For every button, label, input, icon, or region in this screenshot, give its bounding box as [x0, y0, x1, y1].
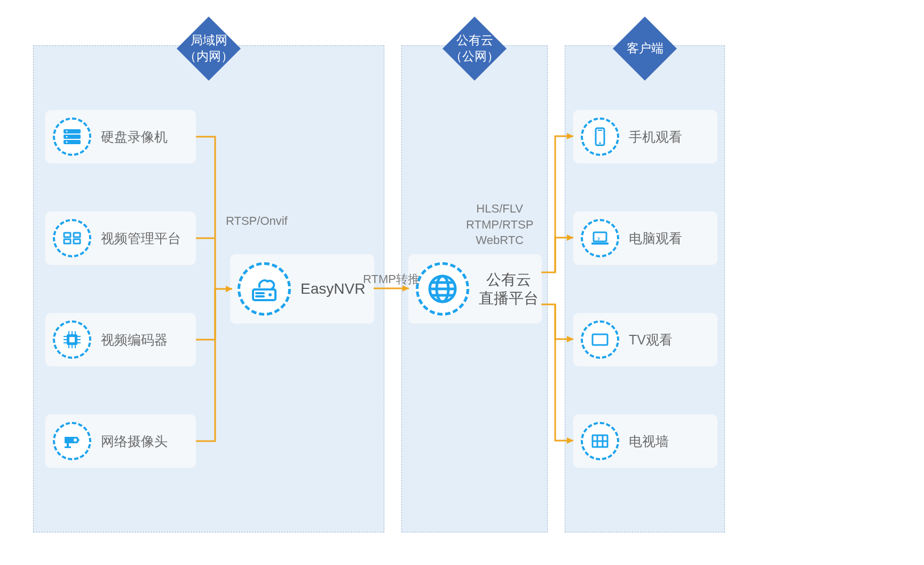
- node-easynvr: EasyNVR: [230, 254, 374, 324]
- svg-point-4: [66, 136, 68, 138]
- svg-rect-41: [591, 242, 609, 245]
- nvr-disk-icon: [53, 117, 91, 156]
- zone-lan: 局域网 （内网） 硬盘录像机 视频管理平台 视频编码器 网络摄像头: [33, 45, 384, 532]
- chip-icon: [53, 320, 91, 359]
- svg-rect-9: [74, 239, 80, 244]
- node-hdr-label: 硬盘录像机: [101, 128, 168, 146]
- node-ipcam-label: 网络摄像头: [101, 433, 168, 450]
- zone-client: 客户端 手机观看 电脑观看 TV观看 电视墙: [565, 45, 725, 532]
- node-pc-label: 电脑观看: [629, 230, 682, 247]
- zone-lan-badge: 局域网 （内网）: [177, 17, 241, 81]
- input-protocol-label: RTSP/Onvif: [226, 214, 288, 228]
- node-tv-label: TV观看: [629, 331, 673, 349]
- laptop-icon: [581, 219, 619, 257]
- smartphone-icon: [581, 117, 619, 156]
- svg-rect-40: [594, 232, 606, 241]
- node-cloud-live-label: 公有云直播平台: [479, 270, 539, 308]
- node-pc: 电脑观看: [573, 211, 717, 265]
- node-wall: 电视墙: [573, 414, 717, 468]
- vms-grid-icon: [53, 219, 91, 257]
- node-vms: 视频管理平台: [45, 211, 196, 265]
- videowall-icon: [581, 422, 619, 460]
- node-hdr: 硬盘录像机: [45, 110, 196, 163]
- node-ipcam: 网络摄像头: [45, 414, 196, 468]
- svg-point-3: [66, 131, 68, 132]
- svg-point-26: [74, 438, 77, 442]
- svg-rect-6: [64, 233, 70, 237]
- zone-client-badge: 客户端: [613, 17, 677, 81]
- zone-cloud-badge: 公有云 （公网）: [443, 17, 507, 81]
- svg-point-5: [66, 142, 68, 143]
- tv-icon: [581, 320, 619, 359]
- svg-rect-11: [69, 337, 75, 342]
- node-wall-label: 电视墙: [629, 433, 669, 450]
- node-cloud-live: 公有云直播平台: [408, 254, 542, 324]
- node-mobile: 手机观看: [573, 110, 717, 163]
- push-protocol-label: RTMP转推: [363, 271, 420, 287]
- node-easynvr-label: EasyNVR: [301, 280, 365, 297]
- svg-rect-25: [65, 446, 71, 448]
- output-protocols-label: HLS/FLV RTMP/RTSP WebRTC: [466, 201, 533, 248]
- svg-point-38: [599, 142, 601, 144]
- node-encoder-label: 视频编码器: [101, 331, 168, 349]
- camera-icon: [53, 422, 91, 460]
- zone-cloud: 公有云 （公网） 公有云直播平台 HLS/FLV RTMP/RTSP WebRT…: [401, 45, 548, 532]
- svg-rect-7: [74, 233, 80, 237]
- cloud-server-icon: [238, 262, 291, 316]
- node-encoder: 视频编码器: [45, 313, 196, 366]
- svg-point-30: [268, 293, 272, 296]
- node-mobile-label: 手机观看: [629, 128, 682, 146]
- svg-rect-27: [253, 289, 275, 300]
- svg-rect-8: [64, 239, 70, 244]
- svg-rect-42: [593, 334, 607, 345]
- globe-icon: [416, 262, 469, 316]
- node-tv: TV观看: [573, 313, 717, 366]
- node-vms-label: 视频管理平台: [101, 230, 181, 247]
